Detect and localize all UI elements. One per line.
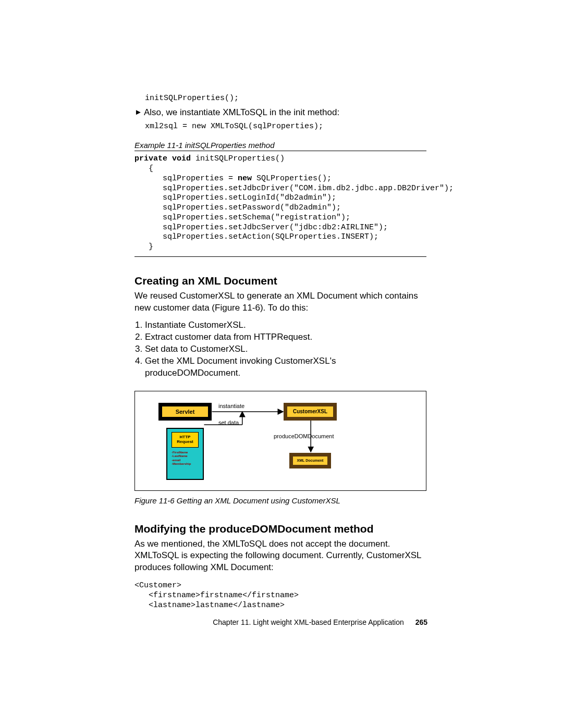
example-code: private void initSQLProperties() { sqlPr… xyxy=(134,154,426,252)
heading-modifying: Modifying the produceDOMDocument method xyxy=(134,523,426,535)
code-customer-xml: <Customer> <firstname>firstname</firstna… xyxy=(134,581,426,610)
servlet-label: Servlet xyxy=(161,405,209,418)
xml-doc-box: XML Document xyxy=(289,453,331,468)
code-init: initSQLProperties(); xyxy=(145,94,426,104)
step-item: Get the XML Document invoking CustomerXS… xyxy=(145,355,426,379)
page-footer: Chapter 11. Light weight XML-based Enter… xyxy=(0,618,563,626)
xml-doc-label: XML Document xyxy=(292,455,328,466)
customerxsl-label: CustomerXSL xyxy=(286,405,334,418)
step-item: Extract customer data from HTTPRequest. xyxy=(145,331,426,343)
label-produce: produceDOMDocument xyxy=(274,433,334,439)
label-instantiate: instantiate xyxy=(218,403,244,409)
footer-page-number: 265 xyxy=(415,618,427,626)
example-rule-bottom xyxy=(134,256,426,257)
bullet-text: Also, we instantiate XMLToSQL in the ini… xyxy=(144,107,339,119)
http-request-label: HTTPRequest xyxy=(172,432,199,448)
heading-creating-xml: Creating an XML Document xyxy=(134,275,426,287)
customerxsl-box: CustomerXSL xyxy=(284,403,337,421)
figure-diagram: Servlet CustomerXSL XML Document HTTPReq… xyxy=(134,391,426,491)
http-fields: -FirstName-LastName-email-Membership xyxy=(172,451,191,466)
example-caption: Example 11-1 initSQLProperties method xyxy=(134,141,426,150)
bullet-item: ► Also, we instantiate XMLToSQL in the i… xyxy=(134,107,426,119)
servlet-box: Servlet xyxy=(158,403,212,421)
footer-chapter: Chapter 11. Light weight XML-based Enter… xyxy=(213,618,404,626)
label-set-data: set data xyxy=(218,419,239,426)
bullet-marker: ► xyxy=(134,107,144,117)
example-rule-top xyxy=(134,151,426,151)
section2-paragraph: As we mentioned, the XMLToSQL does not a… xyxy=(134,538,426,574)
http-request-box: HTTPRequest -FirstName-LastName-email-Me… xyxy=(166,428,204,480)
step-item: Instantiate CustomerXSL. xyxy=(145,319,426,331)
section1-paragraph: We reused CustomerXSL to generate an XML… xyxy=(134,290,426,314)
code-xml2sql: xml2sql = new XMLToSQL(sqlProperties); xyxy=(145,122,426,132)
steps-list: Instantiate CustomerXSL. Extract custome… xyxy=(134,319,426,379)
step-item: Set data to CustomerXSL. xyxy=(145,343,426,355)
figure-caption: Figure 11-6 Getting an XML Document usin… xyxy=(134,496,426,505)
